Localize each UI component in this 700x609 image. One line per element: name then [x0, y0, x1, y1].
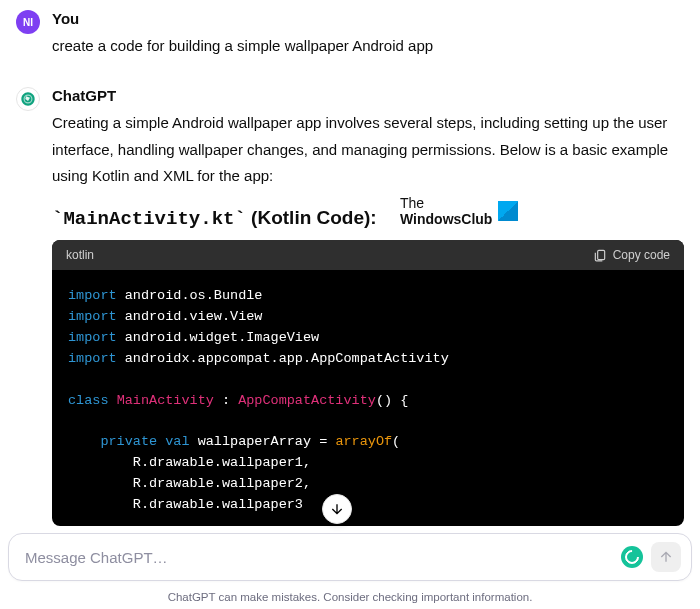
code-block-header: kotlin Copy code [52, 240, 684, 270]
sender-label: ChatGPT [52, 87, 684, 104]
composer [8, 533, 692, 581]
avatar-chatgpt [16, 87, 40, 111]
avatar-initials: NI [23, 17, 33, 28]
heading-suffix: (Kotlin Code): [246, 207, 377, 228]
arrow-down-icon [329, 501, 345, 517]
watermark-text: The WindowsClub [400, 195, 492, 227]
windowsclub-logo-icon [498, 201, 518, 221]
message-assistant: ChatGPT Creating a simple Android wallpa… [16, 87, 684, 526]
code-content[interactable]: import android.os.Bundle import android.… [52, 270, 684, 526]
disclaimer-text: ChatGPT can make mistakes. Consider chec… [0, 591, 700, 603]
code-language-label: kotlin [66, 248, 94, 262]
message-body: You create a code for building a simple … [52, 10, 684, 59]
assistant-text: Creating a simple Android wallpaper app … [52, 110, 684, 189]
code-heading: `MainActivity.kt` (Kotlin Code): [52, 207, 684, 230]
sender-label: You [52, 10, 684, 27]
heading-filename: `MainActivity.kt` [52, 208, 246, 230]
grammarly-icon[interactable] [621, 546, 643, 568]
message-body: ChatGPT Creating a simple Android wallpa… [52, 87, 684, 526]
chat-scroll-area: NI You create a code for building a simp… [0, 0, 700, 535]
message-input[interactable] [25, 549, 621, 566]
code-block: kotlin Copy code import android.os.Bundl… [52, 240, 684, 526]
clipboard-icon [593, 248, 607, 262]
avatar-user: NI [16, 10, 40, 34]
copy-code-button[interactable]: Copy code [593, 248, 670, 262]
openai-icon [20, 91, 36, 107]
user-text: create a code for building a simple wall… [52, 33, 684, 59]
scroll-to-bottom-button[interactable] [322, 494, 352, 524]
send-button[interactable] [651, 542, 681, 572]
svg-rect-0 [597, 250, 604, 259]
arrow-up-icon [658, 549, 674, 565]
message-user: NI You create a code for building a simp… [16, 10, 684, 59]
watermark: The WindowsClub [400, 195, 518, 227]
copy-code-label: Copy code [613, 248, 670, 262]
